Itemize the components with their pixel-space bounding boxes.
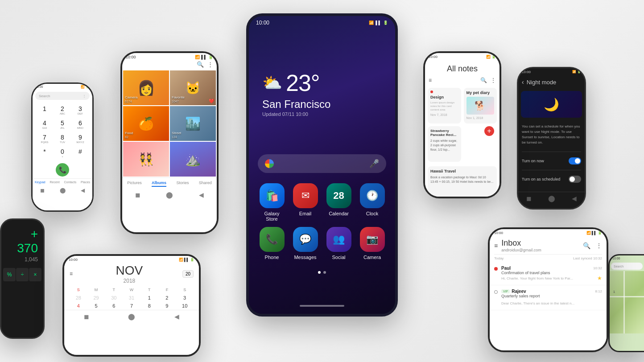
note-date-pet: Nov 1, 2018 — [466, 116, 495, 119]
cal-day-1[interactable]: 1 — [140, 294, 158, 302]
camera-label: Camera — [363, 255, 381, 260]
calc-btn-divide[interactable]: ÷ — [16, 268, 29, 281]
dialer-tab-contacts[interactable]: Contacts — [64, 181, 77, 184]
cal-day-9[interactable]: 9 — [158, 302, 176, 310]
night-toggle-scheduled[interactable] — [569, 176, 581, 183]
gallery-time: 10:00 — [126, 55, 136, 59]
gallery-tab-pictures[interactable]: Pictures — [127, 181, 142, 187]
dialer-key-7[interactable]: 7PQRS — [36, 132, 53, 145]
night-turn-on-row: Turn on now — [518, 155, 585, 167]
map-search-bar[interactable]: Search — [611, 263, 643, 270]
gallery-nav-back[interactable]: ◼ — [135, 191, 140, 198]
gallery-cell-street[interactable]: Street124 — [170, 106, 216, 141]
note-card-hawaii[interactable]: Hawaii Travel Book a vacation package to… — [428, 166, 497, 197]
note-card-pet[interactable]: My pet diary 🐕 Nov 1, 2018 — [464, 88, 497, 123]
notes-status-bar: 10:00 📶 🔋 — [425, 53, 500, 61]
cal-day-5[interactable]: 5 — [87, 302, 105, 310]
notes-grid: Design Lorem ipsum design notes for this… — [425, 85, 500, 165]
night-nav-home[interactable]: ⬤ — [548, 195, 555, 202]
cal-badge[interactable]: 20 — [182, 270, 194, 278]
cal-battery: 🔋 — [190, 258, 194, 262]
note-card-design[interactable]: Design Lorem ipsum design notes for this… — [428, 88, 461, 123]
cal-day-7[interactable]: 7 — [123, 302, 140, 310]
dialer-call-button[interactable]: 📞 — [56, 163, 69, 177]
app-camera[interactable]: 📷 Camera — [358, 227, 386, 260]
dialer-key-star[interactable]: * — [36, 146, 53, 160]
dialer-key-4[interactable]: 4GHI — [36, 118, 53, 131]
dialer-tab-recent[interactable]: Recent — [50, 181, 60, 184]
dialer-tab-places[interactable]: Places — [81, 181, 90, 184]
gallery-cell-food[interactable]: Food82 — [123, 106, 169, 141]
app-galaxy-store[interactable]: 🛍️ GalaxyStore — [258, 183, 286, 222]
night-scheduled-row: Turn on as scheduled — [518, 173, 585, 185]
app-social[interactable]: 👥 Social — [325, 227, 353, 260]
gallery-cell-friends[interactable] — [123, 142, 169, 177]
email-item-paul[interactable]: Paul 10:32 Confirmation of travel plans … — [490, 262, 607, 285]
gallery-tab-stories[interactable]: Stories — [176, 181, 189, 187]
cal-day-4[interactable]: 4 — [70, 302, 87, 310]
dialer-key-3[interactable]: 3DEF — [72, 103, 89, 117]
dialer-key-5[interactable]: 5JKL — [54, 118, 71, 131]
cal-day-29[interactable]: 29 — [87, 294, 105, 302]
dialer-key-8[interactable]: 8TUV — [54, 132, 71, 145]
dialer-key-2[interactable]: 2ABC — [54, 103, 71, 117]
calc-btn-percent[interactable]: % — [3, 268, 16, 281]
dialer-nav-home[interactable]: ⬤ — [60, 187, 66, 193]
dialer-key-1[interactable]: 1 — [36, 103, 53, 117]
cal-hamburger-icon[interactable]: ≡ — [70, 271, 73, 277]
notes-more-icon[interactable]: ⋮ — [491, 77, 496, 83]
dialer-nav-back[interactable]: ◼ — [40, 187, 45, 193]
app-phone[interactable]: 📞 Phone — [258, 227, 286, 260]
night-back-icon[interactable]: ‹ — [522, 78, 524, 86]
dialer-search[interactable]: Search ⋮ — [35, 92, 90, 100]
gallery-tab-shared[interactable]: Shared — [199, 181, 212, 187]
email-search-icon[interactable]: 🔍 — [583, 242, 590, 249]
gallery-search-icon[interactable]: 🔍 — [197, 61, 204, 68]
cal-day-8[interactable]: 8 — [140, 302, 158, 310]
night-toggle-on[interactable] — [569, 157, 581, 165]
cal-nav-back[interactable]: ◼ — [84, 313, 89, 320]
dialer-nav-recents[interactable]: ◀ — [81, 187, 85, 193]
cal-nav-recents[interactable]: ◀ — [174, 313, 179, 320]
gallery-tab-albums[interactable]: Albums — [152, 181, 166, 187]
notes-search-icon[interactable]: 🔍 — [480, 77, 487, 83]
app-clock[interactable]: 🕐 Clock — [358, 183, 386, 222]
cal-day-2[interactable]: 2 — [158, 294, 176, 302]
app-calendar[interactable]: 28 Calendar — [325, 183, 353, 222]
gallery-cell-mountain[interactable] — [170, 142, 216, 177]
dialer-key-hash[interactable]: # — [72, 146, 89, 160]
cal-day-30[interactable]: 30 — [105, 294, 123, 302]
cal-day-28[interactable]: 28 — [70, 294, 87, 302]
cal-day-3[interactable]: 3 — [176, 294, 194, 302]
cal-day-10[interactable]: 10 — [176, 302, 194, 310]
notes-hamburger-icon[interactable]: ≡ — [429, 77, 432, 83]
night-battery: 🔋 — [577, 70, 581, 74]
cal-nav-home[interactable]: ⬤ — [128, 313, 135, 320]
app-email[interactable]: ✉ Email — [291, 183, 319, 222]
search-bar[interactable]: 🎤 — [258, 154, 386, 173]
night-nav-back[interactable]: ◼ — [526, 195, 532, 202]
cal-day-31[interactable]: 31 — [123, 294, 140, 302]
notes-wifi: 📶 — [486, 55, 491, 59]
dialer-key-9[interactable]: 9WXYZ — [72, 132, 89, 145]
email-item-rajeev[interactable]: VIP Rajeev 8:12 Quarterly sales report D… — [490, 285, 607, 310]
gallery-cell-camera[interactable]: Camera6174 — [123, 70, 169, 105]
cal-day-6[interactable]: 6 — [105, 302, 123, 310]
dialer-key-0[interactable]: 0+ — [54, 146, 71, 160]
gallery-nav-recents[interactable]: ◀ — [199, 191, 204, 198]
note-card-pancake[interactable]: Strawberry Pancake Reci... 2 cups white … — [428, 126, 461, 162]
dialer-key-6[interactable]: 6MNO — [72, 118, 89, 131]
gallery-nav-home[interactable]: ⬤ — [166, 191, 173, 198]
mic-icon[interactable]: 🎤 — [369, 159, 379, 169]
email-hamburger-icon[interactable]: ≡ — [494, 242, 498, 249]
gallery-cell-favorite[interactable]: Favorite1047 ❤️ — [170, 70, 216, 105]
calc-btn-multiply[interactable]: × — [29, 268, 41, 281]
email-star-paul[interactable]: ★ — [597, 275, 602, 281]
app-messages[interactable]: 💬 Messages — [291, 227, 319, 260]
note-add-button[interactable]: + — [484, 126, 494, 136]
email-more-icon[interactable]: ⋮ — [596, 242, 602, 249]
gallery-more-icon[interactable]: ⋮ — [207, 61, 213, 68]
dialer-more-icon[interactable]: ⋮ — [83, 94, 86, 98]
dialer-tab-keypad[interactable]: Keypad — [35, 181, 45, 184]
night-nav-recents[interactable]: ◀ — [572, 195, 577, 202]
